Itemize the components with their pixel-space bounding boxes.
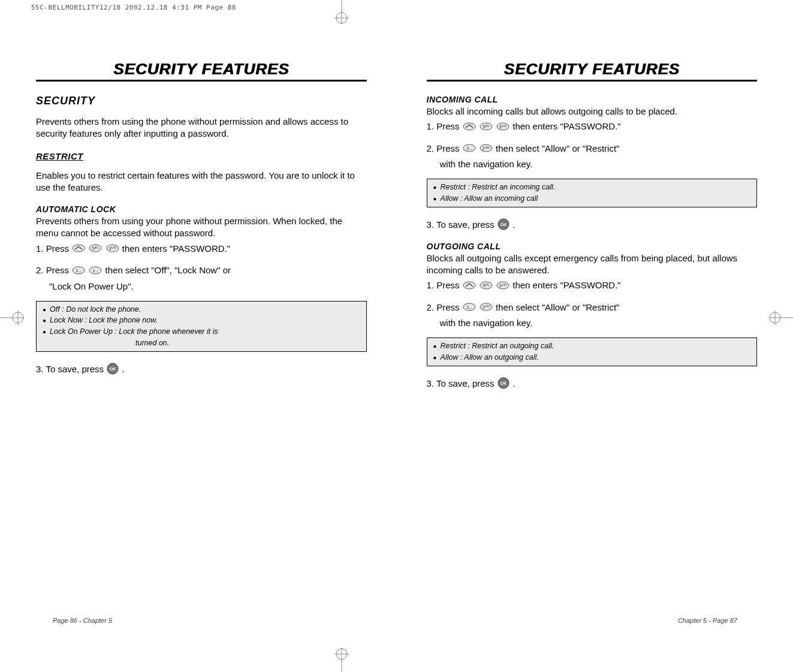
outgoing-step3: 3. To save, press OK . xyxy=(427,377,758,392)
svg-text:1..: 1.. xyxy=(93,268,98,273)
outgoing-call-body: Blocks all outgoing calls except emergen… xyxy=(427,252,758,277)
key-2-icon: 2ᴬᴮᶜ xyxy=(480,143,493,155)
outgoing-notes: Restrict : Restrict an outgoing call. Al… xyxy=(427,337,758,366)
auto-lock-notes: Off : Do not lock the phone. Lock Now : … xyxy=(36,301,367,352)
svg-text:2ᴬᴮᶜ: 2ᴬᴮᶜ xyxy=(482,146,490,151)
incoming-call-body: Blocks all incoming calls but allows out… xyxy=(427,106,758,117)
section-heading-security: SECURITY xyxy=(36,95,367,107)
ok-key-icon: OK xyxy=(107,363,119,378)
svg-text:3ᴰᴱᶠ: 3ᴰᴱᶠ xyxy=(482,305,490,310)
ok-key-icon: OK xyxy=(497,377,509,392)
svg-text:OK: OK xyxy=(500,381,507,385)
svg-text:OK: OK xyxy=(500,222,507,227)
restrict-body: Enables you to restrict certain features… xyxy=(36,170,367,194)
svg-text:3ᴰᴱᶠ: 3ᴰᴱᶠ xyxy=(499,283,506,288)
svg-point-23 xyxy=(463,123,475,130)
svg-text:1..: 1.. xyxy=(76,268,82,273)
footer-left: Page 86 - Chapter 5 xyxy=(53,617,112,624)
menu-key-icon xyxy=(463,280,476,293)
outgoing-step1: 1. Press 5ᴶᴷᴸ 3ᴰᴱᶠ then enters "PASSWORD… xyxy=(427,279,758,293)
menu-key-icon xyxy=(72,243,85,255)
key-1-icon: 1.. xyxy=(463,302,476,314)
incoming-notes: Restrict : Restrict an incoming call. Al… xyxy=(427,179,758,207)
key-3-icon: 3ᴰᴱᶠ xyxy=(480,302,493,314)
incoming-step1: 1. Press 5ᴶᴷᴸ 3ᴰᴱᶠ then enters "PASSWORD… xyxy=(427,120,758,134)
incoming-step2-cont: with the navigation key. xyxy=(427,158,758,170)
note-item-cont: turned on. xyxy=(43,337,360,349)
note-item: Restrict : Restrict an outgoing call. xyxy=(433,340,751,352)
security-intro: Prevents others from using the phone wit… xyxy=(36,116,367,140)
svg-text:5ᴶᴷᴸ: 5ᴶᴷᴸ xyxy=(483,124,489,129)
outgoing-call-heading: OUTGOING CALL xyxy=(427,242,758,251)
restrict-heading: RESTRICT xyxy=(36,151,367,161)
footer-right: Chapter 5 - Page 87 xyxy=(678,617,737,624)
menu-key-icon xyxy=(463,121,476,134)
incoming-step3: 3. To save, press OK . xyxy=(427,218,758,233)
page-title: SECURITY FEATURES xyxy=(36,60,367,82)
note-item: Allow : Allow an outgoing call. xyxy=(433,352,751,363)
header-filename-info: 55C-BELLMOBILITY12/18 2002.12.18 4:31 PM… xyxy=(31,4,236,11)
registration-mark-icon xyxy=(330,0,354,24)
auto-lock-step2: 2. Press 1.. 1.. then select "Off", "Loc… xyxy=(36,264,367,278)
key-5-icon: 5ᴶᴷᴸ xyxy=(480,121,493,134)
note-item: Lock On Power Up : Lock the phone whenev… xyxy=(43,326,360,337)
key-3-icon: 3ᴰᴱᶠ xyxy=(106,243,119,255)
ok-key-icon: OK xyxy=(497,218,509,233)
outgoing-step2-cont: with the navigation key. xyxy=(427,317,758,329)
note-item: Restrict : Restrict an incoming call. xyxy=(433,182,751,193)
page-title: SECURITY FEATURES xyxy=(427,60,758,82)
outgoing-step2: 2. Press 1.. 3ᴰᴱᶠ then select "Allow" or… xyxy=(427,301,758,315)
svg-text:3ᴰᴱᶠ: 3ᴰᴱᶠ xyxy=(499,124,506,129)
key-1-icon: 1.. xyxy=(72,265,85,278)
svg-text:5ᴶᴷᴸ: 5ᴶᴷᴸ xyxy=(92,246,99,251)
registration-mark-icon xyxy=(330,648,354,672)
note-item: Lock Now : Lock the phone now. xyxy=(43,315,360,326)
left-page: SECURITY FEATURES SECURITY Prevents othe… xyxy=(36,60,367,400)
note-item: Off : Do not lock the phone. xyxy=(43,304,360,315)
svg-text:3ᴰᴱᶠ: 3ᴰᴱᶠ xyxy=(108,246,116,251)
key-3-icon: 3ᴰᴱᶠ xyxy=(496,121,509,134)
auto-lock-step3: 3. To save, press OK . xyxy=(36,363,367,378)
auto-lock-step2-cont: "Lock On Power Up". xyxy=(36,280,367,293)
svg-text:1..: 1.. xyxy=(466,146,472,151)
svg-text:5ᴶᴷᴸ: 5ᴶᴷᴸ xyxy=(483,283,489,288)
incoming-step2: 2. Press 1.. 2ᴬᴮᶜ then select "Allow" or… xyxy=(427,142,758,156)
incoming-call-heading: INCOMING CALL xyxy=(427,95,758,104)
registration-mark-icon xyxy=(769,306,793,330)
right-page: SECURITY FEATURES INCOMING CALL Blocks a… xyxy=(427,60,758,400)
svg-point-34 xyxy=(463,282,475,289)
key-1-icon: 1.. xyxy=(89,265,102,278)
key-1-icon: 1.. xyxy=(463,143,476,155)
key-3-icon: 3ᴰᴱᶠ xyxy=(496,280,509,293)
registration-mark-icon xyxy=(0,306,24,330)
note-item: Allow : Allow an incoming call xyxy=(433,193,751,204)
automatic-lock-heading: AUTOMATIC LOCK xyxy=(36,204,367,214)
svg-text:OK: OK xyxy=(110,367,116,371)
key-5-icon: 5ᴶᴷᴸ xyxy=(89,243,102,255)
svg-point-12 xyxy=(73,245,85,252)
key-5-icon: 5ᴶᴷᴸ xyxy=(480,280,493,293)
automatic-lock-body: Prevents others from using your phone wi… xyxy=(36,215,367,240)
svg-text:1..: 1.. xyxy=(466,305,472,310)
auto-lock-step1: 1. Press 5ᴶᴷᴸ 3ᴰᴱᶠ then enters "PASSWORD… xyxy=(36,242,367,256)
